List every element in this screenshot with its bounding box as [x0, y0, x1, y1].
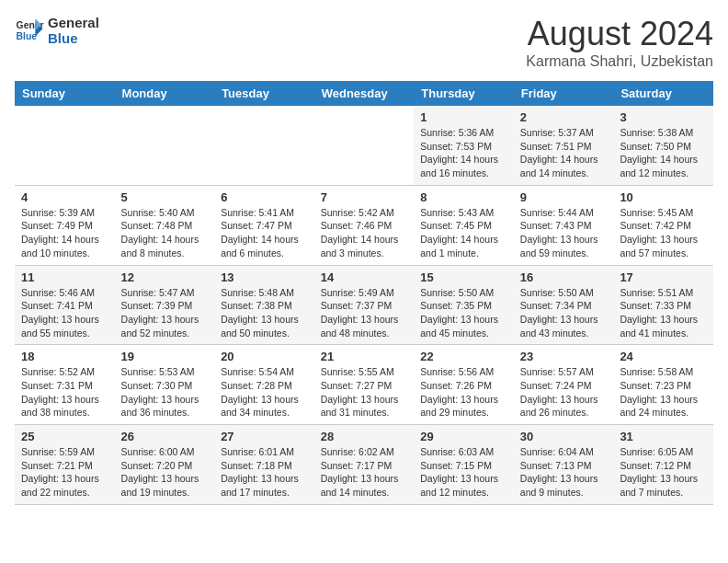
- day-info: Sunrise: 5:38 AM Sunset: 7:50 PM Dayligh…: [620, 126, 707, 180]
- day-number: 2: [520, 110, 608, 124]
- day-info: Sunrise: 5:36 AM Sunset: 7:53 PM Dayligh…: [420, 126, 507, 180]
- day-info: Sunrise: 5:37 AM Sunset: 7:51 PM Dayligh…: [520, 126, 608, 180]
- week-row-3: 11Sunrise: 5:46 AM Sunset: 7:41 PM Dayli…: [15, 265, 713, 345]
- day-info: Sunrise: 5:42 AM Sunset: 7:46 PM Dayligh…: [321, 206, 408, 260]
- day-number: 10: [620, 190, 707, 204]
- day-number: 28: [321, 430, 408, 443]
- header-friday: Friday: [514, 81, 614, 106]
- day-info: Sunrise: 5:41 AM Sunset: 7:47 PM Dayligh…: [221, 206, 308, 260]
- day-info: Sunrise: 5:53 AM Sunset: 7:30 PM Dayligh…: [121, 365, 209, 419]
- day-number: 6: [221, 190, 308, 204]
- header-monday: Monday: [115, 81, 215, 106]
- day-number: 20: [221, 350, 308, 363]
- day-cell: 11Sunrise: 5:46 AM Sunset: 7:41 PM Dayli…: [15, 265, 115, 345]
- day-cell: 18Sunrise: 5:52 AM Sunset: 7:31 PM Dayli…: [15, 345, 115, 425]
- day-number: 27: [221, 430, 308, 443]
- svg-text:Blue: Blue: [17, 31, 38, 41]
- header-thursday: Thursday: [414, 81, 514, 106]
- day-cell: 23Sunrise: 5:57 AM Sunset: 7:24 PM Dayli…: [514, 345, 614, 425]
- week-row-1: 1Sunrise: 5:36 AM Sunset: 7:53 PM Daylig…: [15, 106, 713, 185]
- day-info: Sunrise: 5:57 AM Sunset: 7:24 PM Dayligh…: [520, 365, 608, 419]
- day-info: Sunrise: 5:59 AM Sunset: 7:21 PM Dayligh…: [21, 445, 108, 500]
- day-info: Sunrise: 6:02 AM Sunset: 7:17 PM Dayligh…: [321, 445, 408, 500]
- day-cell: [15, 106, 115, 185]
- day-number: 23: [520, 350, 608, 363]
- day-cell: 7Sunrise: 5:42 AM Sunset: 7:46 PM Daylig…: [314, 185, 415, 265]
- day-cell: 17Sunrise: 5:51 AM Sunset: 7:33 PM Dayli…: [613, 265, 713, 345]
- week-row-2: 4Sunrise: 5:39 AM Sunset: 7:49 PM Daylig…: [15, 185, 713, 265]
- day-info: Sunrise: 6:05 AM Sunset: 7:12 PM Dayligh…: [620, 445, 707, 500]
- day-cell: 5Sunrise: 5:40 AM Sunset: 7:48 PM Daylig…: [115, 185, 215, 265]
- day-info: Sunrise: 6:04 AM Sunset: 7:13 PM Dayligh…: [520, 445, 608, 500]
- day-info: Sunrise: 6:00 AM Sunset: 7:20 PM Dayligh…: [121, 445, 209, 500]
- day-number: 17: [620, 270, 707, 284]
- day-cell: 9Sunrise: 5:44 AM Sunset: 7:43 PM Daylig…: [514, 185, 614, 265]
- day-cell: 15Sunrise: 5:50 AM Sunset: 7:35 PM Dayli…: [414, 265, 514, 345]
- day-cell: 21Sunrise: 5:55 AM Sunset: 7:27 PM Dayli…: [314, 345, 415, 425]
- day-cell: 2Sunrise: 5:37 AM Sunset: 7:51 PM Daylig…: [514, 106, 614, 185]
- day-cell: 31Sunrise: 6:05 AM Sunset: 7:12 PM Dayli…: [613, 425, 713, 505]
- day-cell: 20Sunrise: 5:54 AM Sunset: 7:28 PM Dayli…: [214, 345, 314, 425]
- title-block: August 2024 Karmana Shahri, Uzbekistan: [526, 15, 713, 70]
- header-wednesday: Wednesday: [314, 81, 415, 106]
- header-tuesday: Tuesday: [214, 81, 314, 106]
- day-info: Sunrise: 6:03 AM Sunset: 7:15 PM Dayligh…: [420, 445, 507, 500]
- day-number: 13: [221, 270, 308, 284]
- day-number: 29: [420, 430, 507, 443]
- logo-icon: General Blue: [15, 16, 44, 45]
- day-number: 9: [520, 190, 608, 204]
- day-cell: 3Sunrise: 5:38 AM Sunset: 7:50 PM Daylig…: [613, 106, 713, 185]
- day-cell: 16Sunrise: 5:50 AM Sunset: 7:34 PM Dayli…: [514, 265, 614, 345]
- day-number: 22: [420, 350, 507, 363]
- day-cell: 26Sunrise: 6:00 AM Sunset: 7:20 PM Dayli…: [115, 425, 215, 505]
- day-cell: 19Sunrise: 5:53 AM Sunset: 7:30 PM Dayli…: [115, 345, 215, 425]
- day-number: 24: [620, 350, 707, 363]
- day-number: 7: [321, 190, 408, 204]
- day-cell: 10Sunrise: 5:45 AM Sunset: 7:42 PM Dayli…: [613, 185, 713, 265]
- day-cell: 13Sunrise: 5:48 AM Sunset: 7:38 PM Dayli…: [214, 265, 314, 345]
- logo-line2: Blue: [48, 30, 99, 46]
- day-info: Sunrise: 5:48 AM Sunset: 7:38 PM Dayligh…: [221, 286, 308, 340]
- page-header: General Blue General Blue August 2024 Ka…: [15, 15, 713, 70]
- day-info: Sunrise: 5:52 AM Sunset: 7:31 PM Dayligh…: [21, 365, 108, 419]
- day-info: Sunrise: 5:45 AM Sunset: 7:42 PM Dayligh…: [620, 206, 707, 260]
- day-info: Sunrise: 6:01 AM Sunset: 7:18 PM Dayligh…: [221, 445, 308, 500]
- day-cell: 6Sunrise: 5:41 AM Sunset: 7:47 PM Daylig…: [214, 185, 314, 265]
- day-cell: 8Sunrise: 5:43 AM Sunset: 7:45 PM Daylig…: [414, 185, 514, 265]
- day-info: Sunrise: 5:55 AM Sunset: 7:27 PM Dayligh…: [321, 365, 408, 419]
- day-cell: [314, 106, 415, 185]
- day-number: 3: [620, 110, 707, 124]
- day-number: 18: [21, 350, 108, 363]
- location: Karmana Shahri, Uzbekistan: [526, 53, 713, 70]
- day-cell: [115, 106, 215, 185]
- day-number: 25: [21, 430, 108, 443]
- day-info: Sunrise: 5:56 AM Sunset: 7:26 PM Dayligh…: [420, 365, 507, 419]
- week-row-5: 25Sunrise: 5:59 AM Sunset: 7:21 PM Dayli…: [15, 425, 713, 505]
- week-row-4: 18Sunrise: 5:52 AM Sunset: 7:31 PM Dayli…: [15, 345, 713, 425]
- day-number: 19: [121, 350, 209, 363]
- day-info: Sunrise: 5:47 AM Sunset: 7:39 PM Dayligh…: [121, 286, 209, 340]
- day-cell: 30Sunrise: 6:04 AM Sunset: 7:13 PM Dayli…: [514, 425, 614, 505]
- day-number: 4: [21, 190, 108, 204]
- day-info: Sunrise: 5:43 AM Sunset: 7:45 PM Dayligh…: [420, 206, 507, 260]
- day-cell: [214, 106, 314, 185]
- day-number: 14: [321, 270, 408, 284]
- day-number: 31: [620, 430, 707, 443]
- day-info: Sunrise: 5:50 AM Sunset: 7:34 PM Dayligh…: [520, 286, 608, 340]
- day-number: 8: [420, 190, 507, 204]
- day-number: 12: [121, 270, 209, 284]
- day-cell: 24Sunrise: 5:58 AM Sunset: 7:23 PM Dayli…: [613, 345, 713, 425]
- day-cell: 29Sunrise: 6:03 AM Sunset: 7:15 PM Dayli…: [414, 425, 514, 505]
- logo: General Blue General Blue: [15, 15, 99, 46]
- day-number: 11: [21, 270, 108, 284]
- day-cell: 12Sunrise: 5:47 AM Sunset: 7:39 PM Dayli…: [115, 265, 215, 345]
- day-number: 21: [321, 350, 408, 363]
- calendar-header-row: SundayMondayTuesdayWednesdayThursdayFrid…: [15, 81, 713, 106]
- day-info: Sunrise: 5:40 AM Sunset: 7:48 PM Dayligh…: [121, 206, 209, 260]
- day-cell: 27Sunrise: 6:01 AM Sunset: 7:18 PM Dayli…: [214, 425, 314, 505]
- day-number: 16: [520, 270, 608, 284]
- day-info: Sunrise: 5:54 AM Sunset: 7:28 PM Dayligh…: [221, 365, 308, 419]
- day-info: Sunrise: 5:39 AM Sunset: 7:49 PM Dayligh…: [21, 206, 108, 260]
- day-cell: 14Sunrise: 5:49 AM Sunset: 7:37 PM Dayli…: [314, 265, 415, 345]
- month-year: August 2024: [526, 15, 713, 53]
